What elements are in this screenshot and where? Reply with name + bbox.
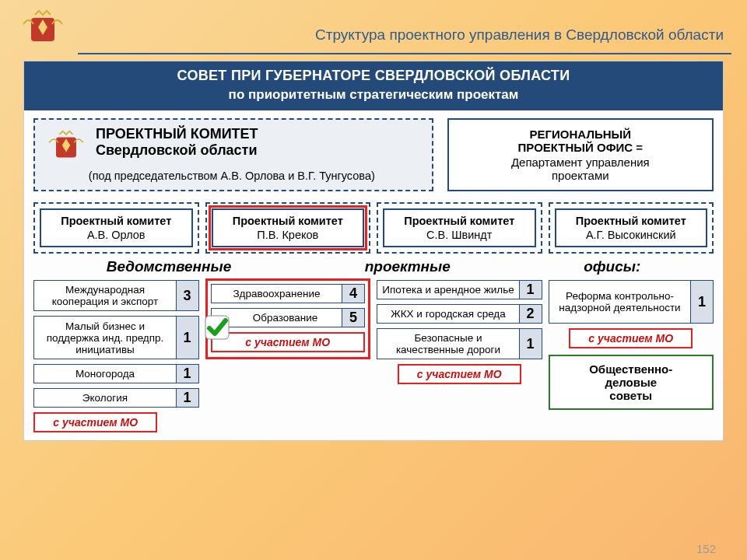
subtitle-w2: проектные [365,258,451,275]
pc-krekov: Проектный комитет П.В. Креков [205,202,371,254]
business-councils-box: Общественно- деловые советы [549,355,714,410]
item-count: 1 [176,316,199,359]
item-count: 5 [342,308,365,327]
regional-office-box: РЕГИОНАЛЬНЫЙ ПРОЕКТНЫЙ ОФИС = Департамен… [447,118,714,191]
item-label: Моногорода [33,364,177,383]
ro-l2: ПРОЕКТНЫЙ ОФИС = [457,141,704,154]
item-label: Реформа контрольно-надзорной деятельност… [549,280,692,324]
council-line1: СОВЕТ ПРИ ГУБЕРНАТОРЕ СВЕРДЛОВСКОЙ ОБЛАС… [32,68,715,84]
committee-line2: Свердловской области [96,142,258,159]
list-item: ЖКХ и городская среда 2 [377,304,542,324]
pc-vysokinsky: Проектный комитет А.Г. Высокинский [549,202,714,254]
row-committee-office: ПРОЕКТНЫЙ КОМИТЕТ Свердловской области (… [24,110,723,191]
item-count: 2 [519,304,542,324]
col-vysokinsky: Реформа контрольно-надзорной деятельност… [549,280,714,410]
item-count: 1 [176,388,199,408]
item-label: Безопасные и качественные дороги [377,328,520,359]
item-label: Международная кооперация и экспорт [33,280,177,311]
item-count: 1 [519,280,542,299]
committee-sub: (под председательством А.В. Орлова и В.Г… [46,170,418,182]
mo-note: с участием МО [33,412,157,432]
item-count: 1 [690,280,714,324]
council-line2: по приоритетным стратегическим проектам [32,87,715,103]
mo-note: с участием МО [569,328,693,348]
item-label: ЖКХ и городская среда [377,304,520,324]
pc-title: Проектный комитет [559,215,703,227]
list-item: Ипотека и арендное жилье 1 [377,280,542,299]
item-count: 1 [519,328,542,359]
col2-highlight: Здравоохранение 4 Образование 5 с участи… [205,278,371,359]
project-committee-box: ПРОЕКТНЫЙ КОМИТЕТ Свердловской области (… [33,118,433,191]
row-project-committees: Проектный комитет А.В. Орлов Проектный к… [24,191,723,254]
list-item: Здравоохранение 4 [211,284,366,303]
item-label: Ипотека и арендное жилье [377,280,520,299]
ro-l3: Департамент управления [457,156,704,169]
ro-l4: проектами [457,169,704,182]
subtitle-w1: Ведомственные [107,258,232,275]
col-shvindt: Ипотека и арендное жилье 1 ЖКХ и городск… [377,280,542,384]
item-label: Экология [33,388,177,408]
business-l1: Общественно- [555,362,708,376]
list-item: Безопасные и качественные дороги 1 [377,328,542,359]
col-orlov: Международная кооперация и экспорт 3 Мал… [33,280,199,432]
region-crest-icon [16,6,70,49]
item-label: Малый бизнес и поддержка инд. предпр. ин… [33,316,177,359]
checkmark-icon [205,315,230,340]
item-count: 4 [342,284,365,303]
pc-title: Проектный комитет [216,215,360,227]
pc-name: С.В. Швиндт [388,229,531,241]
pc-title: Проектный комитет [388,215,531,227]
title-underline [78,53,731,54]
business-l3: советы [555,389,708,402]
pc-title: Проектный комитет [44,215,188,227]
item-count: 1 [176,364,199,383]
col-krekov: Здравоохранение 4 Образование 5 с участи… [205,280,371,359]
pc-name: А.Г. Высокинский [559,229,703,241]
item-label: Здравоохранение [211,284,343,303]
columns: Международная кооперация и экспорт 3 Мал… [24,278,723,440]
page-number: 152 [696,542,716,555]
item-label: Образование [211,308,343,327]
subtitle-w3: офисы: [584,258,640,275]
committee-line1: ПРОЕКТНЫЙ КОМИТЕТ [96,126,258,142]
mo-note: с участием МО [211,332,366,352]
list-item: Моногорода 1 [33,364,199,383]
list-item: Экология 1 [33,388,199,408]
page-header: Структура проектного управления в Свердл… [0,0,747,49]
list-item: Образование 5 [211,308,366,327]
pc-shvindt: Проектный комитет С.В. Швиндт [377,202,542,254]
list-item: Малый бизнес и поддержка инд. предпр. ин… [33,316,199,359]
page-title: Структура проектного управления в Свердл… [315,12,731,44]
pc-name: П.В. Креков [216,229,360,241]
list-item: Международная кооперация и экспорт 3 [33,280,199,311]
mo-note: с участием МО [398,364,521,384]
list-item: Реформа контрольно-надзорной деятельност… [549,280,714,324]
region-crest-small-icon [46,129,86,165]
council-header: СОВЕТ ПРИ ГУБЕРНАТОРЕ СВЕРДЛОВСКОЙ ОБЛАС… [24,61,723,110]
business-l2: деловые [555,376,708,389]
main-panel: СОВЕТ ПРИ ГУБЕРНАТОРЕ СВЕРДЛОВСКОЙ ОБЛАС… [23,61,724,441]
pc-name: А.В. Орлов [44,229,188,241]
item-count: 3 [176,280,199,311]
subtitle-row: Ведомственные проектные офисы: [24,254,723,278]
ro-l1: РЕГИОНАЛЬНЫЙ [457,128,704,141]
pc-orlov: Проектный комитет А.В. Орлов [33,202,199,254]
